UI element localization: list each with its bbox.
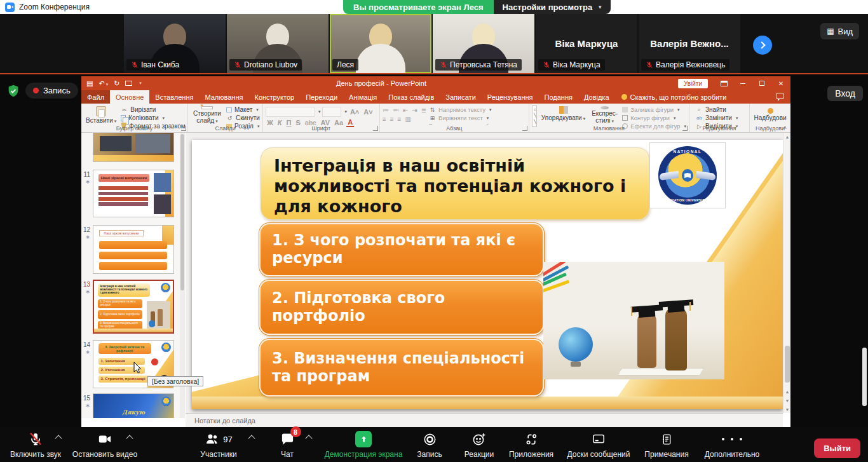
- find-button[interactable]: ⌕Знайти: [696, 106, 747, 113]
- thumbnail-slide-13-selected[interactable]: Інтеграція в наш освітній можливості та …: [93, 280, 174, 334]
- thumbnail-scrollbar[interactable]: [180, 133, 185, 418]
- tab-view[interactable]: Подання: [539, 90, 578, 104]
- more-button[interactable]: Дополнительно: [699, 431, 765, 459]
- slide-title-box[interactable]: Інтеграція в наш освітній можливості та …: [261, 147, 649, 220]
- start-slideshow-icon[interactable]: [125, 81, 132, 86]
- scroll-up-icon[interactable]: ▲: [783, 135, 791, 139]
- participant-tile-drotiano[interactable]: Drotiano Liubov: [227, 14, 329, 73]
- view-button[interactable]: ▦ Вид: [820, 23, 859, 39]
- tab-animations[interactable]: Анімація: [343, 90, 383, 104]
- security-shield-icon[interactable]: [6, 83, 20, 101]
- replace-button[interactable]: abЗамінити▾: [696, 114, 747, 121]
- tab-help[interactable]: Довідка: [578, 90, 615, 104]
- tab-insert[interactable]: Вставлення: [149, 90, 199, 104]
- participant-tile-ivan[interactable]: Іван Скиба: [124, 14, 226, 73]
- numbering-icon[interactable]: ≕: [393, 107, 399, 114]
- stop-video-button[interactable]: Остановить видео: [67, 431, 142, 459]
- previous-slide-icon[interactable]: ▲: [783, 390, 791, 394]
- indent-right-icon[interactable]: ⇥: [412, 107, 417, 114]
- undo-icon[interactable]: ↶▾: [98, 79, 108, 88]
- record-button[interactable]: Запись: [412, 431, 447, 459]
- reset-button[interactable]: ↺Скинути: [226, 114, 260, 121]
- chat-options-chevron[interactable]: [305, 435, 312, 442]
- tab-slideshow[interactable]: Показ слайдів: [383, 90, 440, 104]
- indent-left-icon[interactable]: ⇤: [403, 107, 408, 114]
- whiteboards-button[interactable]: Доски сообщений: [563, 431, 634, 459]
- collapse-ribbon-icon[interactable]: ˄: [783, 125, 787, 131]
- shape-fill-button[interactable]: Заливка фігури▾: [622, 106, 686, 113]
- smartart-button[interactable]: ⧉Перетворити на об'єкт SmartArt▾: [429, 123, 526, 125]
- tell-me-box[interactable]: Скажіть, що потрібно зробити: [621, 93, 727, 101]
- dialog-launcher-icon[interactable]: [522, 126, 527, 131]
- tab-file[interactable]: Файл: [81, 90, 110, 104]
- thumbnail-slide-12[interactable]: Наші зіркові випускники: [93, 225, 174, 274]
- right-panel-label[interactable]: Вход: [827, 86, 863, 101]
- layout-button[interactable]: Макет▾: [226, 106, 260, 113]
- align-text-button[interactable]: ⊞Вирівняти текст▾: [429, 114, 526, 121]
- save-icon[interactable]: ▤: [86, 79, 93, 88]
- tab-review[interactable]: Рецензування: [482, 90, 539, 104]
- ribbon-options-icon[interactable]: [714, 76, 733, 90]
- redo-icon[interactable]: ↻: [114, 79, 119, 88]
- dialog-launcher-icon[interactable]: [682, 126, 688, 131]
- arrange-button[interactable]: Упорядкувати▾: [539, 105, 587, 125]
- scrollbar-thumb[interactable]: [785, 346, 790, 383]
- bullets-icon[interactable]: ≔: [383, 107, 389, 114]
- grow-font-button[interactable]: A˄: [349, 108, 360, 116]
- text-direction-button[interactable]: ⇅Напрямок тексту▾: [429, 106, 526, 113]
- shape-gallery[interactable]: ▭╲╲▭◯▭△⌐⇨⇩▱☆{}: [532, 105, 537, 127]
- addins-button[interactable]: Надбудови: [752, 105, 788, 122]
- unmute-button[interactable]: Включить звук: [5, 431, 66, 459]
- line-spacing-icon[interactable]: ≣: [421, 107, 426, 114]
- share-screen-button[interactable]: Демонстрация экрана: [316, 431, 410, 459]
- tab-transitions[interactable]: Переходи: [300, 90, 343, 104]
- copy-button[interactable]: Копіювати▾: [121, 114, 185, 121]
- apps-button[interactable]: Приложения: [505, 431, 558, 459]
- leave-meeting-button[interactable]: Выйти: [814, 438, 860, 458]
- participant-tile-petrovska[interactable]: Петровська Тетяна: [433, 14, 534, 73]
- ppt-close-button[interactable]: ✕: [771, 76, 790, 90]
- edge-scrollbar[interactable]: [862, 348, 867, 406]
- participant-tile-vika[interactable]: Віка Маркуца Віка Маркуца: [536, 14, 637, 73]
- tab-home[interactable]: Основне: [110, 90, 149, 104]
- sign-in-button[interactable]: Увійти: [678, 79, 708, 88]
- cut-button[interactable]: ✂Вирізати: [121, 106, 185, 113]
- shape-outline-button[interactable]: Контур фігури▾: [622, 114, 686, 121]
- tab-design[interactable]: Конструктор: [248, 90, 300, 104]
- paste-button[interactable]: Вставити▾: [84, 105, 118, 125]
- slide-bullet-2[interactable]: 2. Підготовка свого портфоліо: [259, 280, 544, 335]
- graduation-photo[interactable]: [543, 262, 724, 379]
- participant-tile-lesya-active-speaker[interactable]: Леся: [330, 14, 431, 73]
- thumbnail-slide-11[interactable]: Наші зіркові випускники: [93, 170, 174, 217]
- align-left-icon[interactable]: ≡: [383, 116, 386, 123]
- notes-button[interactable]: Примечания: [639, 431, 694, 459]
- notes-pane[interactable]: Нотатки до слайда: [186, 413, 783, 427]
- participants-options-chevron[interactable]: [248, 435, 255, 442]
- font-name-combo[interactable]: [266, 107, 315, 117]
- columns-icon[interactable]: ▥: [405, 116, 410, 123]
- ppt-minimize-button[interactable]: [733, 76, 752, 90]
- university-logo[interactable]: NATIONAL AVIATION UNIVERSITY: [649, 142, 726, 208]
- font-size-combo[interactable]: [322, 107, 341, 117]
- shrink-font-button[interactable]: A˅: [362, 108, 374, 116]
- thumbnail-slide-15[interactable]: Дякую за увагу: [93, 393, 174, 418]
- customize-qat-icon[interactable]: ▾: [139, 81, 142, 86]
- next-slide-icon[interactable]: ▼: [783, 398, 791, 403]
- slide-scrollbar[interactable]: ▲ ▲ ▼ ▼: [783, 133, 790, 413]
- tab-draw[interactable]: Малювання: [199, 90, 248, 104]
- quick-styles-button[interactable]: Експрес-стилі▾: [590, 105, 620, 125]
- next-participants-button[interactable]: [753, 36, 772, 55]
- slide-bullet-3[interactable]: 3. Визначення спеціальності та програм: [259, 339, 544, 397]
- scroll-down-icon[interactable]: ▼: [783, 407, 791, 412]
- slide-bullet-1[interactable]: 1. З чого розпочати та які є ресурси: [259, 223, 544, 276]
- dialog-launcher-icon[interactable]: [373, 126, 378, 131]
- participants-button[interactable]: 97 Участники: [188, 431, 249, 459]
- comments-icon[interactable]: [776, 93, 784, 99]
- thumbnail-slide-10[interactable]: [93, 133, 174, 162]
- participant-tile-valeria[interactable]: Валерія Вежно... Валерія Вежновець: [639, 14, 740, 73]
- align-right-icon[interactable]: ≡: [398, 116, 402, 123]
- align-center-icon[interactable]: ≡: [390, 116, 394, 123]
- new-slide-button[interactable]: Створити слайд▾: [191, 105, 224, 125]
- dialog-launcher-icon[interactable]: [181, 126, 186, 131]
- reactions-button[interactable]: Реакции: [459, 431, 499, 459]
